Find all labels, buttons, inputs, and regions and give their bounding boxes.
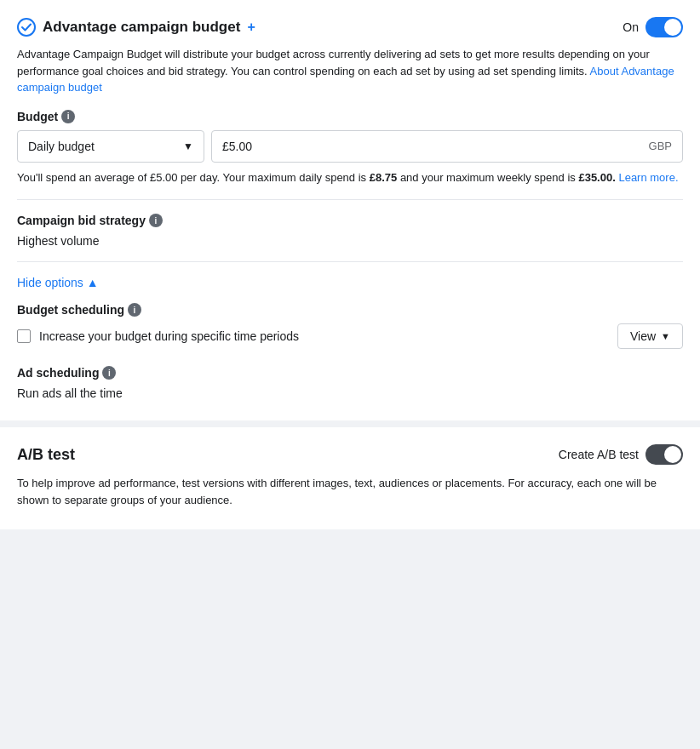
ab-test-card: A/B test Create A/B test To help improve…: [0, 427, 700, 529]
ab-description: To help improve ad performance, test ver…: [17, 475, 683, 509]
ab-toggle-group: Create A/B test: [559, 444, 683, 465]
budget-type-dropdown[interactable]: Daily budget ▼: [17, 130, 204, 163]
budget-row: Daily budget ▼ GBP: [17, 130, 683, 163]
budget-field-label: Budget i: [17, 110, 683, 123]
budget-scheduling-label: Budget scheduling i: [17, 303, 683, 317]
plus-icon: +: [247, 20, 255, 35]
budget-toggle-group: On: [623, 17, 683, 37]
bid-info-icon[interactable]: i: [149, 214, 163, 227]
ab-toggle-knob: [664, 446, 681, 463]
ad-scheduling-info-icon[interactable]: i: [102, 366, 116, 380]
budget-scheduling-row: Increase your budget during specific tim…: [17, 323, 683, 349]
ad-scheduling-value: Run ads all the time: [17, 386, 683, 400]
budget-amount-input[interactable]: [222, 140, 642, 153]
divider-2: [17, 261, 683, 262]
view-button[interactable]: View ▼: [617, 323, 683, 349]
ad-scheduling-label: Ad scheduling i: [17, 366, 683, 380]
section-title: Advantage campaign budget: [43, 19, 240, 36]
ab-header: A/B test Create A/B test: [17, 444, 683, 465]
budget-info-icon[interactable]: i: [61, 110, 75, 123]
spend-note: You'll spend an average of £5.00 per day…: [17, 169, 683, 186]
budget-scheduling-checkbox[interactable]: [17, 329, 31, 343]
campaign-bid-label: Campaign bid strategy i: [17, 214, 683, 227]
section-title-group: Advantage campaign budget +: [17, 18, 255, 37]
budget-toggle[interactable]: [645, 17, 683, 37]
scheduling-info-icon[interactable]: i: [128, 303, 141, 317]
bid-strategy-value: Highest volume: [17, 234, 683, 248]
section-header: Advantage campaign budget + On: [17, 17, 683, 37]
check-circle-icon: [17, 18, 36, 37]
currency-label: GBP: [649, 140, 672, 152]
max-daily-spend: £8.75: [370, 171, 398, 184]
ab-title: A/B test: [17, 446, 75, 464]
budget-amount-input-wrap: GBP: [211, 130, 683, 163]
scheduling-left: Increase your budget during specific tim…: [17, 329, 299, 343]
toggle-knob: [664, 19, 681, 36]
page-container: Advantage campaign budget + On Advantage…: [0, 0, 700, 749]
ab-toggle-label: Create A/B test: [559, 448, 639, 461]
budget-type-label: Daily budget: [28, 140, 95, 153]
divider-1: [17, 199, 683, 200]
learn-more-link[interactable]: Learn more.: [618, 171, 678, 184]
dropdown-arrow-icon: ▼: [183, 140, 193, 152]
advantage-budget-description: Advantage Campaign Budget will distribut…: [17, 46, 683, 96]
view-arrow-icon: ▼: [661, 331, 670, 341]
advantage-budget-card: Advantage campaign budget + On Advantage…: [0, 0, 700, 420]
hide-options-link[interactable]: Hide options ▲: [17, 276, 683, 289]
ab-test-toggle[interactable]: [645, 444, 683, 465]
budget-scheduling-text: Increase your budget during specific tim…: [39, 329, 299, 343]
max-weekly-spend: £35.00.: [578, 171, 615, 184]
hide-arrow-icon: ▲: [87, 276, 99, 289]
budget-toggle-label: On: [623, 20, 639, 34]
